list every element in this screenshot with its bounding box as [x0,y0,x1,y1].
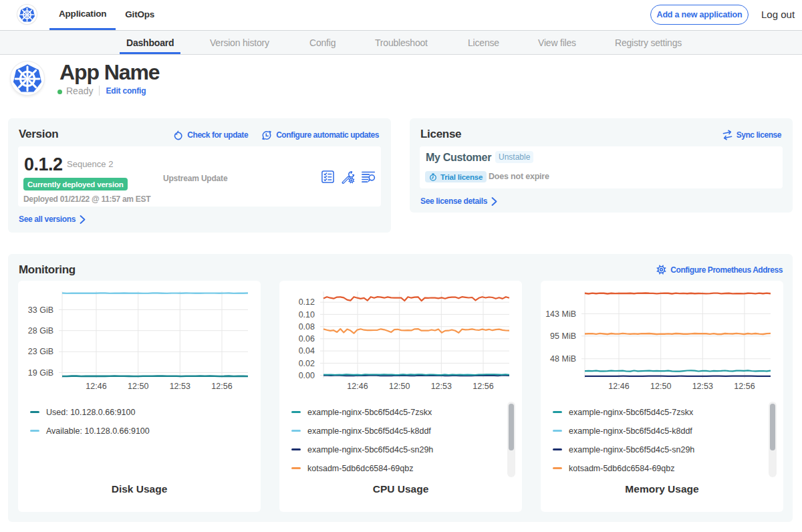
svg-text:33 GiB: 33 GiB [28,305,53,315]
svg-text:0.06: 0.06 [299,334,315,344]
svg-text:0.08: 0.08 [299,322,315,331]
svg-text:12:46: 12:46 [347,382,368,391]
svg-text:12:56: 12:56 [734,382,755,391]
svg-text:95 MiB: 95 MiB [550,331,576,341]
svg-text:12:50: 12:50 [128,382,148,391]
svg-text:19 GiB: 19 GiB [28,368,53,378]
svg-text:23 GiB: 23 GiB [28,347,53,356]
svg-text:12:46: 12:46 [86,382,106,391]
svg-text:12:53: 12:53 [692,382,713,391]
svg-text:0.00: 0.00 [299,371,315,380]
svg-text:12:53: 12:53 [431,382,452,391]
svg-text:12:53: 12:53 [170,382,190,391]
svg-text:143 MiB: 143 MiB [545,309,576,319]
svg-text:0.02: 0.02 [299,359,315,368]
svg-text:0.04: 0.04 [299,346,315,356]
svg-text:0.12: 0.12 [299,297,315,307]
svg-text:12:56: 12:56 [211,382,232,391]
svg-text:48 MiB: 48 MiB [550,354,576,364]
svg-text:12:50: 12:50 [650,382,671,391]
svg-text:0.10: 0.10 [299,310,315,319]
svg-text:12:46: 12:46 [608,382,629,391]
svg-text:28 GiB: 28 GiB [28,326,53,336]
svg-text:12:50: 12:50 [389,382,410,391]
svg-text:12:56: 12:56 [473,382,493,391]
